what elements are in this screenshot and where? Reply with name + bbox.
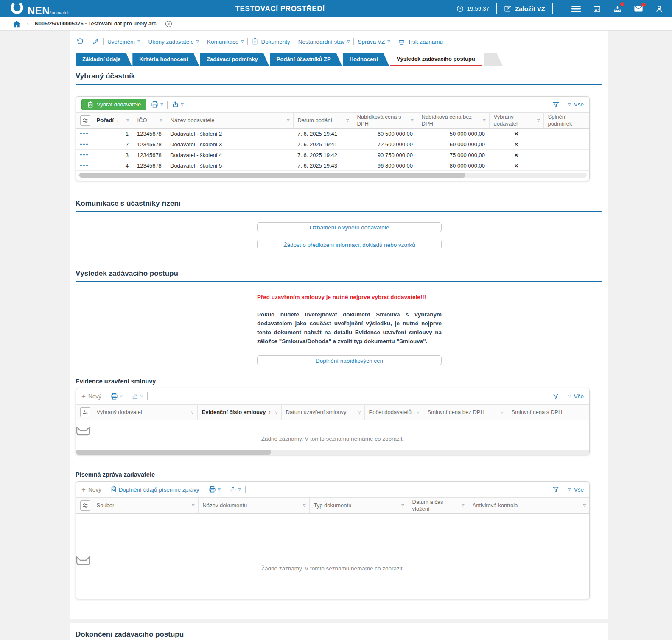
col-datum-uzavreni[interactable]: Datum uzavření smlouvy▽ — [281, 404, 364, 420]
column-filter-icon[interactable]: ▽ — [537, 119, 540, 122]
mail-button[interactable] — [634, 5, 643, 13]
table-row[interactable]: 1 12345678 Dodavatel - školení 2 7. 6. 2… — [76, 129, 589, 139]
separator — [144, 38, 144, 45]
column-filter-icon[interactable]: ▽ — [126, 119, 129, 122]
cell-order: 1 — [92, 129, 133, 139]
column-filter-icon[interactable]: ▽ — [191, 411, 193, 414]
refresh-button[interactable] — [76, 38, 84, 45]
tab-vysledek-active[interactable]: Výsledek zadávacího postupu — [390, 53, 482, 66]
column-filter-icon[interactable]: ▽ — [275, 411, 277, 414]
filter-button[interactable] — [552, 486, 560, 493]
column-filter-icon[interactable]: ▽ — [346, 119, 349, 122]
menu-ukony-zadavatele[interactable]: Úkony zadavatele▽ — [148, 39, 199, 45]
col-antivirova-kontrola[interactable]: Antivirová kontrola▽ — [468, 497, 589, 513]
menu-dokumenty[interactable]: Dokumenty — [252, 38, 290, 45]
column-filter-icon[interactable]: ▽ — [483, 119, 485, 122]
row-menu-button[interactable] — [80, 154, 88, 156]
tab-zakladni-udaje[interactable]: Základní údaje — [76, 53, 132, 66]
view-all-dropdown[interactable]: ▽ Vše — [568, 393, 584, 400]
new-contract-button[interactable]: + Nový — [81, 393, 101, 400]
row-menu-button[interactable] — [80, 133, 88, 134]
column-filter-icon[interactable]: ▽ — [462, 504, 464, 507]
print-button[interactable]: ▽ — [208, 486, 221, 494]
column-filter-icon[interactable]: ▽ — [192, 504, 194, 507]
nen-brand[interactable]: NENZadavatel — [10, 1, 68, 17]
horizontal-scrollbar[interactable] — [76, 450, 589, 455]
select-supplier-button[interactable]: Vybrat dodavatele — [81, 99, 146, 110]
column-filter-icon[interactable]: ▽ — [411, 119, 413, 122]
col-smluvni-cena-s-dph[interactable]: Smluvní cena s DPH — [507, 404, 589, 420]
print-button[interactable]: ▽ — [151, 101, 163, 109]
home-button[interactable] — [13, 20, 21, 28]
menu-button[interactable] — [571, 5, 581, 13]
col-evidencni-cislo[interactable]: Evidenční číslo smlouvy↑▽ — [197, 404, 281, 420]
col-poradi[interactable]: Pořadí↑▽ — [92, 113, 133, 129]
col-nazev-dodavatele[interactable]: Název dodavatele▽ — [166, 113, 293, 129]
request-documents-button[interactable]: Žádost o předložení informací, dokladů n… — [257, 240, 442, 249]
column-filter-icon[interactable]: ▽ — [160, 119, 162, 122]
menu-komunikace[interactable]: Komunikace▽ — [207, 39, 244, 45]
col-ico[interactable]: IČO▽ — [133, 113, 166, 129]
tab-podani-ucastniku[interactable]: Podání účastníků ZP — [270, 53, 342, 66]
table-row[interactable]: 3 12345678 Dodavatel - školení 4 7. 6. 2… — [76, 150, 589, 160]
export-button[interactable]: ▽ — [132, 393, 143, 400]
menu-sprava-vz[interactable]: Správa VZ▽ — [358, 39, 390, 45]
col-nazev-dokumentu[interactable]: Název dokumentu▽ — [198, 497, 309, 513]
fill-written-report-button[interactable]: Doplnění údajů písemné zprávy — [110, 486, 199, 493]
col-datum-podani[interactable]: Datum podání▽ — [293, 113, 353, 129]
menu-tisk-zaznamu[interactable]: Tisk záznamu — [398, 38, 443, 45]
edit-record-button[interactable] — [92, 38, 99, 45]
fill-offer-prices-button[interactable]: Doplnění nabídkových cen — [257, 355, 442, 365]
print-button[interactable]: ▽ — [110, 392, 123, 400]
col-vybrany-dodavatel[interactable]: Vybraný dodavatel▽ — [489, 113, 543, 129]
col-datum-vlozeni[interactable]: Datum a čas vložení▽ — [408, 497, 468, 513]
new-document-button[interactable]: + Nový — [81, 486, 101, 493]
export-button[interactable]: ▽ — [230, 486, 241, 493]
row-menu-button[interactable] — [80, 143, 88, 145]
view-all-dropdown[interactable]: ▽ Vše — [568, 486, 584, 493]
column-filter-icon[interactable]: ▽ — [303, 504, 305, 507]
row-menu-button[interactable] — [80, 165, 88, 166]
column-settings-button[interactable] — [80, 500, 90, 511]
column-filter-icon[interactable]: ▽ — [358, 411, 361, 414]
calendar-button[interactable] — [593, 5, 601, 13]
col-cena-bez-dph[interactable]: Nabídková cena bez DPH▽ — [417, 113, 489, 129]
filter-button[interactable] — [552, 392, 560, 400]
column-filter-icon[interactable]: ▽ — [401, 504, 404, 507]
col-pocet-dodavatelu[interactable]: Počet dodavatelů▽ — [364, 404, 423, 420]
nen-logo-icon — [10, 1, 24, 14]
view-all-dropdown[interactable]: ▽ Vše — [568, 101, 584, 108]
export-button[interactable]: ▽ — [172, 101, 183, 108]
col-vybrany-dodavatel[interactable]: Vybraný dodavatel▽ — [92, 404, 197, 420]
user-button[interactable] — [655, 5, 664, 13]
column-filter-icon[interactable]: ▽ — [583, 504, 586, 507]
scrollbar-thumb[interactable] — [79, 173, 465, 178]
separator — [564, 486, 564, 493]
table-row[interactable]: 4 12345678 Dodavatel - školení 5 7. 6. 2… — [76, 160, 589, 171]
col-typ-dokumentu[interactable]: Typ dokumentu▽ — [309, 497, 408, 513]
col-smluvni-cena-bez-dph[interactable]: Smluvní cena bez DPH▽ — [423, 404, 507, 420]
column-settings-button[interactable] — [80, 115, 90, 126]
inbox-button[interactable] — [613, 4, 622, 13]
create-vz-button[interactable]: Založit VZ — [504, 5, 545, 13]
horizontal-scrollbar[interactable] — [78, 173, 587, 178]
tab-hodnoceni[interactable]: Hodnocení — [343, 53, 389, 66]
column-settings-button[interactable] — [80, 407, 90, 417]
column-filter-icon[interactable]: ▽ — [417, 411, 419, 414]
close-record-button[interactable] — [165, 20, 172, 28]
filter-button[interactable] — [552, 101, 560, 109]
col-soubor[interactable]: Soubor▽ — [92, 497, 198, 513]
col-splneni-podminek[interactable]: Splnění podmínek — [543, 113, 589, 129]
menu-uverejneni[interactable]: Uveřejnění▽ — [107, 39, 140, 45]
cell-order: 2 — [92, 139, 133, 150]
scrollbar-thumb[interactable] — [76, 450, 271, 455]
breadcrumb-item[interactable]: N006/25/V00005376 - Testování dat pro úč… — [35, 21, 161, 27]
menu-nestandardni-stav[interactable]: Nestandardní stav▽ — [298, 39, 350, 45]
col-cena-s-dph[interactable]: Nabídková cena s DPH▽ — [353, 113, 417, 129]
tab-zadavaci-podminky[interactable]: Zadávací podmínky — [200, 53, 269, 66]
table-row[interactable]: 2 12345678 Dodavatel - školení 3 7. 6. 2… — [76, 139, 589, 150]
notice-of-selection-button[interactable]: Oznámení o výběru dodavatele — [257, 222, 442, 232]
tab-kriteria-hodnoceni[interactable]: Kritéria hodnocení — [132, 53, 199, 66]
column-filter-icon[interactable]: ▽ — [501, 411, 503, 414]
column-filter-icon[interactable]: ▽ — [287, 119, 289, 122]
